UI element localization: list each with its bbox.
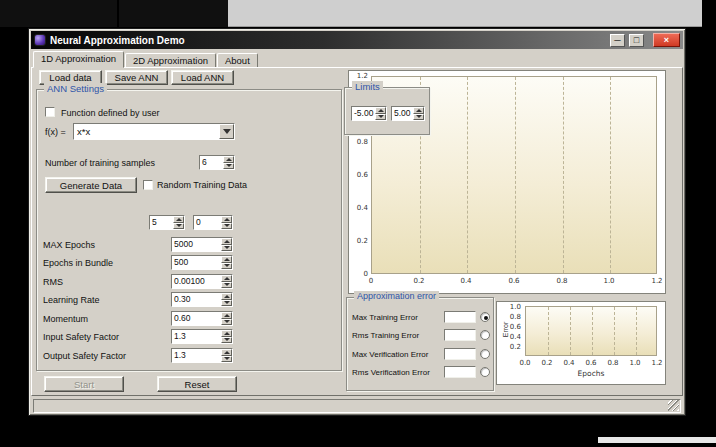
approximation-error-group: Approximation error Max Training Error R… — [346, 297, 494, 391]
chevron-up-icon — [224, 258, 230, 261]
chevron-down-icon — [223, 129, 231, 134]
fx-combobox-value: x*x — [74, 124, 219, 139]
radio-max-verification-error[interactable] — [480, 349, 490, 359]
rms-training-error-field[interactable] — [444, 329, 476, 341]
chevron-down-icon — [224, 224, 230, 227]
axis-tick-label: 0.6 — [350, 171, 368, 179]
gridline — [636, 307, 637, 355]
spinner-value: 0 — [194, 216, 221, 229]
chevron-down-icon — [224, 246, 230, 249]
combo-dropdown-button[interactable] — [219, 124, 234, 139]
resize-grip[interactable] — [668, 400, 679, 411]
rms-verification-error-field[interactable] — [444, 366, 476, 378]
spinner-down-button[interactable] — [221, 356, 232, 363]
window-title: Neural Approximation Demo — [50, 35, 606, 46]
radio-rms-verification-error[interactable] — [480, 367, 490, 377]
radio-max-training-error[interactable] — [480, 312, 490, 322]
momentum-label: Momentum — [43, 314, 88, 324]
axis-tick-label: 0.2 — [537, 359, 557, 367]
output-safety-factor-spinner[interactable]: 1.3 — [171, 348, 233, 363]
input-safety-factor-spinner[interactable]: 1.3 — [171, 329, 233, 344]
spinner-buttons — [413, 107, 424, 120]
spinner-value: -5.00 — [352, 107, 375, 120]
function-defined-checkbox[interactable] — [45, 107, 55, 117]
spinner-buttons — [221, 256, 232, 269]
axis-tick-label: 1.2 — [350, 72, 368, 80]
radio-rms-training-error[interactable] — [480, 330, 490, 340]
save-ann-button[interactable]: Save ANN — [105, 70, 168, 85]
axis-tick-label: 1.0 — [625, 359, 645, 367]
status-bar — [33, 399, 681, 413]
spinner-buttons — [223, 156, 234, 169]
spinner-value: 500 — [172, 256, 221, 269]
training-samples-spinner[interactable]: 6 — [199, 155, 235, 170]
start-button[interactable]: Start — [44, 376, 124, 392]
spinner-down-button[interactable] — [221, 319, 232, 326]
spinner-value: 5.00 — [392, 107, 413, 120]
axis-tick-label: 0.4 — [559, 359, 579, 367]
axis-tick-label: 0.6 — [504, 277, 524, 285]
chevron-down-icon — [416, 115, 422, 118]
random-training-data-label[interactable]: Random Training Data — [157, 180, 247, 190]
max-epochs-spinner[interactable]: 5000 — [171, 237, 233, 252]
limits-group: Limits -5.00 5.00 — [344, 87, 430, 135]
random-training-data-checkbox[interactable] — [143, 180, 153, 190]
chevron-up-icon — [224, 277, 230, 280]
gridline — [614, 307, 615, 355]
neurons-hidden-1-spinner[interactable]: 5 — [149, 215, 185, 230]
axis-tick-label: 0.2 — [507, 343, 521, 351]
spinner-value: 1.3 — [172, 330, 221, 343]
app-icon — [34, 34, 46, 46]
function-defined-label[interactable]: Function defined by user — [61, 108, 160, 118]
axis-tick-label: 0.6 — [507, 323, 521, 331]
spinner-down-button[interactable] — [375, 114, 386, 121]
max-training-error-field[interactable] — [444, 311, 476, 323]
fx-combobox[interactable]: x*x — [73, 123, 235, 140]
spinner-down-button[interactable] — [223, 163, 234, 170]
maximize-button[interactable]: □ — [629, 34, 644, 47]
minimize-button[interactable]: ─ — [610, 34, 625, 47]
tab-about[interactable]: About — [217, 53, 258, 68]
axis-tick-label: 0.6 — [581, 359, 601, 367]
spinner-buttons — [221, 293, 232, 306]
axis-tick-label: 0 — [361, 277, 381, 285]
limit-min-spinner[interactable]: -5.00 — [351, 106, 387, 121]
desktop-line — [117, 0, 119, 27]
spinner-down-button[interactable] — [221, 263, 232, 270]
limit-max-spinner[interactable]: 5.00 — [391, 106, 425, 121]
epochs-in-bundle-spinner[interactable]: 500 — [171, 255, 233, 270]
title-bar[interactable]: Neural Approximation Demo ─ □ × — [31, 31, 683, 49]
limits-group-title: Limits — [352, 81, 383, 92]
chevron-down-icon — [224, 301, 230, 304]
axis-tick-label: 0.2 — [350, 237, 368, 245]
max-verification-error-field[interactable] — [444, 348, 476, 360]
load-ann-button[interactable]: Load ANN — [171, 70, 234, 85]
desktop-strip-top-right — [228, 0, 702, 27]
tab-1d-approximation[interactable]: 1D Approximation — [33, 51, 124, 68]
chevron-up-icon — [224, 240, 230, 243]
axis-tick-label: 0.4 — [350, 204, 368, 212]
axis-tick-label: 0.0 — [515, 359, 535, 367]
spinner-down-button[interactable] — [221, 223, 232, 230]
neurons-hidden-2-spinner[interactable]: 0 — [193, 215, 233, 230]
training-samples-label: Number of training samples — [45, 158, 155, 168]
spinner-down-button[interactable] — [173, 223, 184, 230]
reset-button[interactable]: Reset — [157, 376, 237, 392]
generate-data-button[interactable]: Generate Data — [45, 177, 137, 193]
rms-spinner[interactable]: 0.00100 — [171, 274, 233, 289]
axis-tick-label: 0.2 — [409, 277, 429, 285]
chevron-down-icon — [224, 320, 230, 323]
spinner-down-button[interactable] — [221, 282, 232, 289]
spinner-value: 5 — [150, 216, 173, 229]
close-button[interactable]: × — [653, 33, 680, 47]
spinner-buttons — [221, 312, 232, 325]
spinner-down-button[interactable] — [221, 337, 232, 344]
spinner-down-button[interactable] — [221, 245, 232, 252]
spinner-down-button[interactable] — [221, 300, 232, 307]
spinner-down-button[interactable] — [413, 114, 424, 121]
chevron-up-icon — [226, 158, 232, 161]
desktop-strip-bottom — [598, 437, 716, 443]
momentum-spinner[interactable]: 0.60 — [171, 311, 233, 326]
tab-2d-approximation[interactable]: 2D Approximation — [125, 53, 216, 68]
learning-rate-spinner[interactable]: 0.30 — [171, 292, 233, 307]
